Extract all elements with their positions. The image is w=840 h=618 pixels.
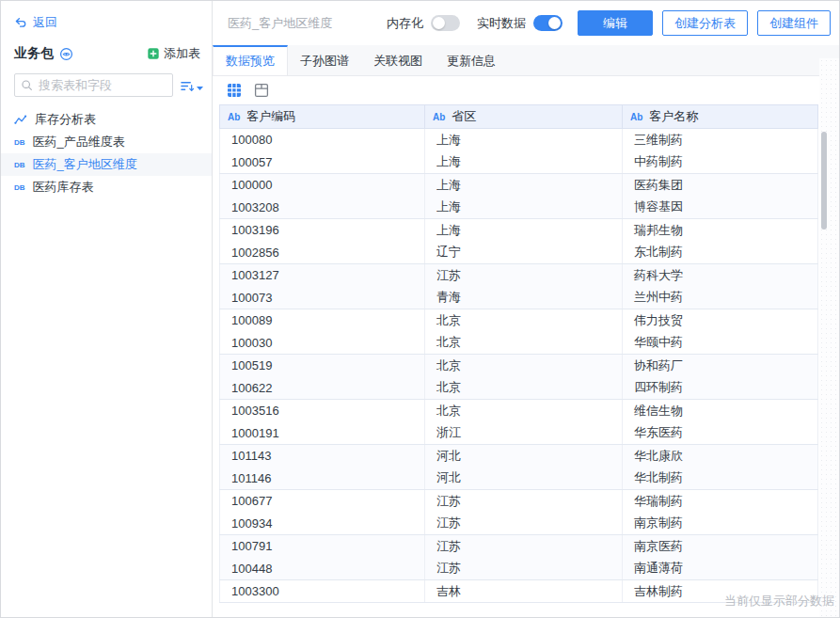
table-row[interactable]: 101143河北华北康欣 bbox=[220, 445, 818, 467]
tab-label: 数据预览 bbox=[226, 53, 275, 70]
visibility-icon[interactable] bbox=[59, 47, 73, 61]
table-cell: 1002856 bbox=[220, 242, 425, 264]
table-cell: 100073 bbox=[220, 287, 425, 309]
table-row[interactable]: 100073青海兰州中药 bbox=[220, 287, 818, 309]
db-icon: DB bbox=[14, 184, 25, 192]
main-header: 医药_客户地区维度 内存化 实时数据 编辑 创建分析表 创建组件 bbox=[213, 1, 839, 45]
package-title: 业务包 bbox=[14, 45, 54, 62]
table-row[interactable]: 1002856辽宁东北制药 bbox=[220, 242, 818, 264]
table-row[interactable]: 1000191浙江华东医药 bbox=[220, 422, 818, 445]
tab-label: 子孙图谱 bbox=[300, 53, 349, 70]
table-row[interactable]: 100080上海三维制药 bbox=[220, 129, 818, 151]
table-row[interactable]: 100448江苏南通薄荷 bbox=[220, 558, 818, 580]
sidebar-table-item[interactable]: DB 医药_客户地区维度 bbox=[1, 153, 212, 176]
realtime-toggle[interactable] bbox=[533, 15, 563, 31]
add-table-label: 添加表 bbox=[164, 45, 200, 62]
table-cell: 100622 bbox=[220, 377, 425, 400]
sidebar-table-item[interactable]: DB 医药_产品维度表 bbox=[1, 131, 212, 153]
table-cell: 医药集团 bbox=[623, 174, 818, 197]
add-table-icon bbox=[147, 47, 160, 60]
table-row[interactable]: 100519北京协和药厂 bbox=[220, 355, 818, 377]
table-cell: 北京 bbox=[425, 332, 623, 355]
search-box[interactable] bbox=[14, 73, 173, 97]
table-cell: 1003196 bbox=[220, 219, 425, 242]
table-cell: 南京制药 bbox=[623, 513, 818, 535]
table-row[interactable]: 100622北京四环制药 bbox=[220, 377, 818, 400]
table-cell: 1000191 bbox=[220, 422, 425, 445]
tab[interactable]: 子孙图谱 bbox=[288, 45, 361, 75]
table-cell: 中药制药 bbox=[623, 151, 818, 174]
column-header-label: 客户名称 bbox=[649, 109, 698, 123]
table-cell: 江苏 bbox=[425, 490, 623, 513]
tab[interactable]: 数据预览 bbox=[213, 45, 288, 75]
form-view-icon[interactable] bbox=[254, 83, 269, 98]
table-cell: 江苏 bbox=[425, 558, 623, 580]
vertical-scrollbar[interactable] bbox=[821, 132, 827, 230]
tab[interactable]: 关联视图 bbox=[361, 45, 435, 75]
data-preview-table-wrap: Ab客户编码 Ab省区 Ab客户名称 100080上海三维制药100057上海中… bbox=[219, 104, 817, 603]
table-row[interactable]: 100057上海中药制药 bbox=[220, 151, 818, 174]
grid-view-icon[interactable] bbox=[227, 83, 242, 98]
table-row[interactable]: 101146河北华北制药 bbox=[220, 467, 818, 490]
table-cell: 上海 bbox=[425, 129, 623, 151]
column-header[interactable]: Ab客户名称 bbox=[623, 105, 818, 129]
table-row[interactable]: 1003196上海瑞邦生物 bbox=[220, 219, 818, 242]
table-row[interactable]: 100934江苏南京制药 bbox=[220, 513, 818, 535]
create-component-button[interactable]: 创建组件 bbox=[757, 10, 831, 36]
table-cell: 100448 bbox=[220, 558, 425, 580]
table-item-label: 医药_客户地区维度 bbox=[33, 156, 137, 173]
table-item-label: 医药库存表 bbox=[33, 179, 94, 196]
table-row[interactable]: 1003127江苏药科大学 bbox=[220, 264, 818, 287]
table-row[interactable]: 100791江苏南京医药 bbox=[220, 535, 818, 558]
add-table-button[interactable]: 添加表 bbox=[147, 45, 200, 62]
tab-bar: 数据预览 子孙图谱 关联视图 更新信息 bbox=[213, 45, 839, 76]
table-cell: 100057 bbox=[220, 151, 425, 174]
table-row[interactable]: 1003208上海博容基因 bbox=[220, 197, 818, 219]
table-cell: 100000 bbox=[220, 174, 425, 197]
column-header[interactable]: Ab省区 bbox=[425, 105, 623, 129]
table-item-label: 医药_产品维度表 bbox=[33, 134, 125, 151]
table-row[interactable]: 100030北京华颐中药 bbox=[220, 332, 818, 355]
edit-button[interactable]: 编辑 bbox=[578, 10, 653, 36]
table-cell: 上海 bbox=[425, 197, 623, 219]
table-row[interactable]: 1003516北京维信生物 bbox=[220, 400, 818, 422]
tab[interactable]: 更新信息 bbox=[435, 45, 508, 75]
back-button[interactable]: 返回 bbox=[1, 14, 212, 31]
table-cell: 维信生物 bbox=[623, 400, 818, 422]
app-window: 返回 业务包 bbox=[0, 0, 840, 618]
text-type-icon: Ab bbox=[228, 112, 240, 122]
table-cell: 三维制药 bbox=[623, 129, 818, 151]
memory-toggle[interactable] bbox=[431, 15, 460, 31]
table-cell: 华颐中药 bbox=[623, 332, 818, 355]
tab-label: 关联视图 bbox=[373, 53, 422, 70]
search-input[interactable] bbox=[39, 78, 166, 92]
table-cell: 北京 bbox=[425, 400, 623, 422]
table-cell: 华北康欣 bbox=[623, 445, 818, 467]
sidebar-table-item[interactable]: DB 医药库存表 bbox=[1, 176, 212, 198]
column-header[interactable]: Ab客户编码 bbox=[220, 105, 425, 129]
memory-toggle-label: 内存化 bbox=[387, 15, 423, 32]
sort-filter-button[interactable] bbox=[180, 77, 204, 93]
table-row[interactable]: 100000上海医药集团 bbox=[220, 174, 818, 197]
table-row[interactable]: 100677江苏华瑞制药 bbox=[220, 490, 818, 513]
table-cell: 河北 bbox=[425, 445, 623, 467]
table-cell: 协和药厂 bbox=[623, 355, 818, 377]
table-cell: 江苏 bbox=[425, 264, 623, 287]
back-label: 返回 bbox=[33, 14, 57, 31]
table-cell: 南京医药 bbox=[623, 535, 818, 558]
create-analysis-button[interactable]: 创建分析表 bbox=[662, 10, 748, 36]
table-cell: 华东医药 bbox=[623, 422, 818, 445]
table-cell: 100934 bbox=[220, 513, 425, 535]
table-cell: 北京 bbox=[425, 355, 623, 377]
page-title: 医药_客户地区维度 bbox=[228, 15, 332, 32]
table-cell: 南通薄荷 bbox=[623, 558, 818, 580]
table-item-label: 库存分析表 bbox=[35, 111, 96, 128]
search-row bbox=[1, 73, 212, 97]
package-row: 业务包 添加表 bbox=[1, 45, 212, 62]
main-panel: 医药_客户地区维度 内存化 实时数据 编辑 创建分析表 创建组件 数据预览 子孙… bbox=[213, 1, 839, 617]
column-header-label: 客户编码 bbox=[246, 109, 295, 123]
table-cell: 江苏 bbox=[425, 535, 623, 558]
table-row[interactable]: 100089北京伟力技贸 bbox=[220, 309, 818, 332]
realtime-toggle-label: 实时数据 bbox=[477, 15, 526, 32]
sidebar-table-item[interactable]: 库存分析表 bbox=[1, 108, 212, 131]
